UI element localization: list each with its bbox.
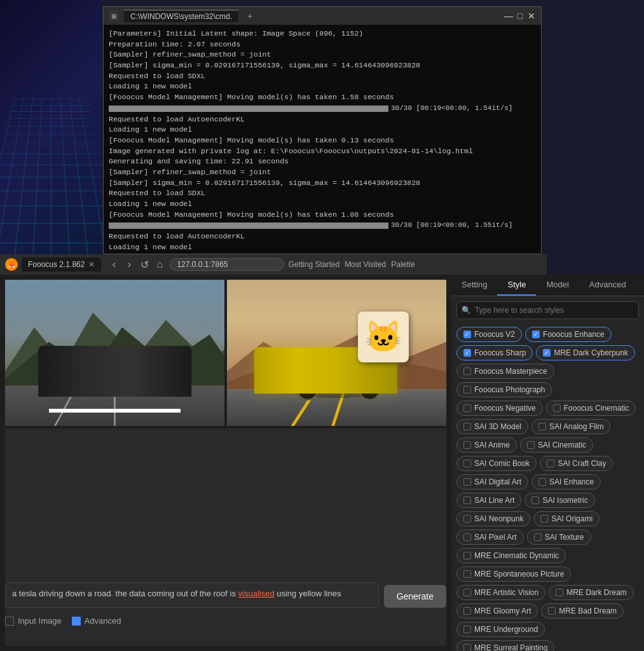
style-tag-mre-gloomy-art[interactable]: MRE Gloomy Art bbox=[456, 603, 538, 619]
style-tag-sai-anime[interactable]: SAI Anime bbox=[456, 437, 517, 453]
style-label-0: Fooocus V2 bbox=[474, 330, 515, 339]
browser-tab-label: Fooocus 2.1.862 bbox=[28, 260, 85, 269]
cmd-line-8: Requested to load AutoencoderKL bbox=[109, 114, 536, 125]
svg-rect-23 bbox=[297, 366, 330, 380]
bookmark-most-visited[interactable]: Most Visited bbox=[345, 260, 386, 269]
svg-rect-10 bbox=[113, 364, 139, 377]
browser-tab[interactable]: Fooocus 2.1.862 ✕ bbox=[22, 257, 101, 271]
style-checkbox-11 bbox=[527, 441, 535, 449]
style-tags-container: Fooocus V2Fooocus EnhanceFooocus SharpMR… bbox=[451, 324, 644, 651]
style-tag-sai-origami[interactable]: SAI Origami bbox=[533, 511, 599, 526]
style-tag-sai-line-art[interactable]: SAI Line Art bbox=[456, 493, 521, 508]
svg-rect-27 bbox=[377, 375, 385, 380]
style-checkbox-23 bbox=[463, 570, 471, 578]
cmd-line-20: Loading 1 new model bbox=[109, 242, 536, 253]
nav-back-button[interactable]: ‹ bbox=[107, 259, 120, 270]
tab-style[interactable]: Style bbox=[497, 275, 536, 296]
style-tag-mre-cinematic-dynamic[interactable]: MRE Cinematic Dynamic bbox=[456, 548, 566, 563]
style-label-23: MRE Spontaneous Picture bbox=[474, 570, 564, 579]
nav-forward-button[interactable]: › bbox=[123, 259, 135, 270]
style-tag-mre-underground[interactable]: MRE Underground bbox=[456, 622, 545, 637]
style-tag-mre-dark-dream[interactable]: MRE Dark Dream bbox=[549, 585, 634, 600]
style-tag-sai-isometric[interactable]: SAI Isometric bbox=[524, 493, 594, 508]
cmd-titlebar-left: ⊞ C:\WINDOWS\system32\cmd. + bbox=[109, 10, 256, 22]
cmd-line-21: [Fooocus Model Management] Moving model(… bbox=[109, 253, 536, 254]
style-tag-sai-pixel-art[interactable]: SAI Pixel Art bbox=[456, 530, 524, 545]
style-tag-sai-craft-clay[interactable]: SAI Craft Clay bbox=[540, 456, 613, 471]
cmd-tab-add[interactable]: + bbox=[243, 10, 256, 22]
style-tag-fooocus-cinematic[interactable]: Fooocus Cinematic bbox=[546, 401, 636, 416]
style-tag-fooocus-v2[interactable]: Fooocus V2 bbox=[456, 327, 522, 342]
search-icon: 🔍 bbox=[462, 306, 471, 315]
style-label-4: Fooocus Masterpiece bbox=[474, 367, 547, 376]
style-checkbox-28 bbox=[463, 626, 471, 633]
style-tag-fooocus-enhance[interactable]: Fooocus Enhance bbox=[525, 327, 612, 342]
style-tag-mre-dark-cyberpunk[interactable]: MRE Dark Cyberpunk bbox=[536, 345, 635, 360]
style-tag-fooocus-photograph[interactable]: Fooocus Photograph bbox=[456, 382, 552, 397]
style-tag-sai-3d-model[interactable]: SAI 3D Model bbox=[456, 419, 528, 434]
style-checkbox-13 bbox=[547, 460, 554, 467]
style-tag-fooocus-sharp[interactable]: Fooocus Sharp bbox=[456, 345, 533, 360]
style-tag-sai-cinematic[interactable]: SAI Cinematic bbox=[520, 437, 593, 453]
style-tag-sai-texture[interactable]: SAI Texture bbox=[527, 530, 591, 545]
image-slot-right bbox=[227, 280, 446, 426]
nav-home-button[interactable]: ⌂ bbox=[153, 259, 166, 270]
style-tag-mre-surreal-painting[interactable]: MRE Surreal Painting bbox=[456, 640, 554, 651]
style-tag-sai-analog-film[interactable]: SAI Analog Film bbox=[531, 419, 610, 434]
browser-tab-close[interactable]: ✕ bbox=[88, 260, 95, 269]
style-checkbox-7 bbox=[553, 404, 561, 412]
progress-bar-18: 30/30 [00:19<00:00, 1.55it/s] bbox=[109, 221, 536, 231]
tab-setting[interactable]: Setting bbox=[451, 275, 497, 296]
style-checkbox-8 bbox=[463, 423, 471, 430]
cmd-maximize-button[interactable]: □ bbox=[516, 11, 524, 20]
svg-rect-28 bbox=[377, 381, 385, 385]
image-slot-left bbox=[5, 280, 224, 426]
style-checkbox-12 bbox=[463, 460, 471, 467]
style-label-18: SAI Neonpunk bbox=[474, 514, 523, 523]
advanced-checkbox[interactable] bbox=[72, 617, 81, 626]
style-tag-fooocus-masterpiece[interactable]: Fooocus Masterpiece bbox=[456, 364, 554, 379]
svg-rect-7 bbox=[71, 362, 152, 385]
generate-button[interactable]: Generate bbox=[384, 585, 446, 608]
prompt-area: a tesla driving down a road. the data co… bbox=[5, 582, 446, 608]
style-tag-mre-spontaneous-picture[interactable]: MRE Spontaneous Picture bbox=[456, 566, 571, 582]
style-tag-fooocus-negative[interactable]: Fooocus Negative bbox=[456, 401, 543, 416]
cmd-line-0: [Parameters] Initial Latent shape: Image… bbox=[109, 29, 536, 39]
address-bar[interactable] bbox=[170, 258, 284, 271]
bookmark-getting-started[interactable]: Getting Started bbox=[288, 260, 339, 269]
style-checkbox-0 bbox=[463, 331, 471, 338]
car-image-right bbox=[227, 280, 446, 426]
cmd-line-13: [Sampler] refiner_swap_method = joint bbox=[109, 167, 536, 178]
cmd-minimize-button[interactable]: — bbox=[504, 11, 513, 20]
progress-fill-18 bbox=[109, 223, 388, 229]
cmd-line-19: Requested to load AutoencoderKL bbox=[109, 231, 536, 242]
style-tag-mre-bad-dream[interactable]: MRE Bad Dream bbox=[541, 603, 624, 619]
cmd-close-button[interactable]: ✕ bbox=[527, 11, 536, 20]
style-label-9: SAI Analog Film bbox=[549, 422, 603, 431]
style-tag-sai-neonpunk[interactable]: SAI Neonpunk bbox=[456, 511, 530, 526]
prompt-input[interactable]: a tesla driving down a road. the data co… bbox=[5, 582, 379, 608]
bookmark-palette[interactable]: Palette bbox=[391, 260, 414, 269]
style-tag-sai-comic-book[interactable]: SAI Comic Book bbox=[456, 456, 537, 471]
main-area: a tesla driving down a road. the data co… bbox=[0, 275, 644, 651]
tab-advanced[interactable]: Advanced bbox=[579, 275, 636, 296]
style-tag-mre-artistic-vision[interactable]: MRE Artistic Vision bbox=[456, 585, 545, 600]
input-image-checkbox[interactable] bbox=[5, 617, 14, 626]
style-checkbox-24 bbox=[463, 589, 471, 596]
nav-refresh-button[interactable]: ↺ bbox=[138, 259, 151, 271]
cmd-app-icon: ⊞ bbox=[109, 11, 119, 21]
input-image-checkbox-label[interactable]: Input Image bbox=[5, 616, 62, 626]
style-tag-sai-enhance[interactable]: SAI Enhance bbox=[531, 474, 601, 490]
style-tag-sai-digital-art[interactable]: SAI Digital Art bbox=[456, 474, 528, 490]
style-checkbox-9 bbox=[538, 423, 546, 430]
advanced-checkbox-label[interactable]: Advanced bbox=[72, 616, 121, 626]
cmd-line-15: Requested to load SDXL bbox=[109, 188, 536, 199]
tab-model[interactable]: Model bbox=[536, 275, 579, 296]
cmd-controls: — □ ✕ bbox=[504, 11, 536, 20]
cmd-line-9: Loading 1 new model bbox=[109, 125, 536, 135]
style-label-20: SAI Pixel Art bbox=[474, 533, 517, 542]
progress-label-18: 30/30 [00:19<00:00, 1.55it/s] bbox=[391, 221, 512, 231]
cmd-tab-label[interactable]: C:\WINDOWS\system32\cmd. bbox=[124, 10, 238, 22]
style-checkbox-22 bbox=[463, 552, 471, 559]
style-search-input[interactable] bbox=[456, 301, 639, 319]
